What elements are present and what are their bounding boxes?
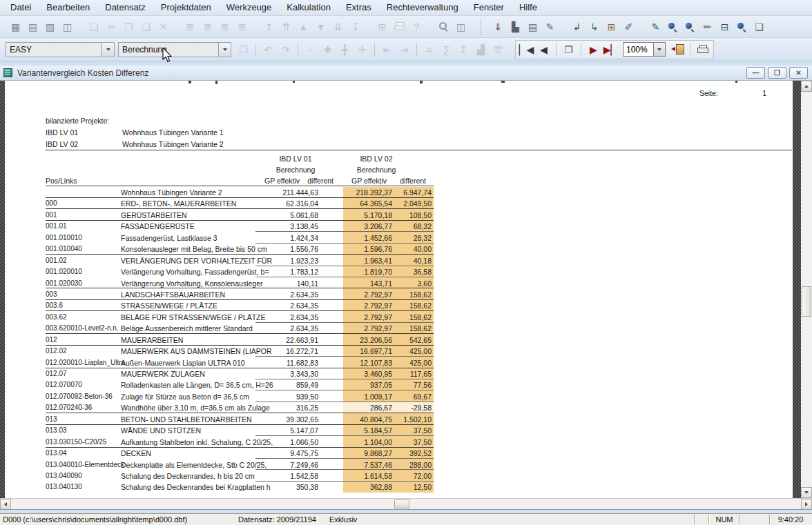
- row-description: STRASSEN/WEGE / PLÄTZ­E: [121, 301, 218, 310]
- modules-icon[interactable]: ⊞: [603, 19, 620, 35]
- row-different-lv02: 77,56: [362, 381, 432, 389]
- pin-icon[interactable]: ✐: [620, 19, 637, 35]
- output-to-end-icon[interactable]: ▶▏: [602, 41, 619, 58]
- row-gp-effektiv-lv01: 3.138,45: [249, 222, 318, 230]
- open-report-icon[interactable]: ❒: [235, 41, 252, 58]
- menu-item-fenster[interactable]: Fenster: [466, 1, 512, 14]
- menu-item-rechteverwaltung[interactable]: Rechteverwaltung: [379, 1, 466, 14]
- promote-level-icon[interactable]: ≣: [216, 19, 233, 35]
- horizontal-scrollbar[interactable]: [0, 498, 812, 509]
- page-number: 1: [735, 89, 766, 97]
- close-button[interactable]: ✕: [789, 67, 808, 79]
- insert-title-icon[interactable]: ≣: [182, 19, 199, 35]
- demote-level-icon[interactable]: ≣: [233, 19, 251, 35]
- redo-icon[interactable]: ↷: [277, 41, 294, 58]
- sum-list-icon[interactable]: ∑: [438, 41, 455, 58]
- print-icon[interactable]: [694, 41, 711, 58]
- outline-demote-icon[interactable]: ⇥: [396, 41, 413, 58]
- scroll-up-button[interactable]: [801, 81, 812, 92]
- table-edit-icon[interactable]: ⊟: [716, 19, 733, 35]
- insert-position-icon[interactable]: ╋: [336, 41, 354, 58]
- balanced-projects-label: bilanzierte Projekte:: [46, 117, 109, 125]
- row-pos: 013.030150-C20/25: [46, 438, 106, 446]
- menu-item-hilfe[interactable]: Hilfe: [512, 1, 545, 14]
- row-description: Verlängerung Vorhaltung, Konsolenauslege…: [121, 279, 263, 288]
- move-bottom-icon[interactable]: ↧: [347, 19, 364, 35]
- move-pageup-icon[interactable]: ⇈: [278, 19, 295, 35]
- restore-button[interactable]: ❐: [768, 67, 786, 79]
- move-pagedown-icon[interactable]: ⇊: [329, 19, 347, 35]
- menu-item-datensatz[interactable]: Datensatz: [97, 1, 153, 14]
- report-edit-icon[interactable]: ✎: [541, 19, 559, 35]
- scroll-left-button[interactable]: [0, 499, 11, 510]
- new-document-icon[interactable]: ❏: [86, 19, 103, 35]
- db-view-icon[interactable]: [733, 19, 751, 35]
- profile-combobox[interactable]: EASY: [6, 42, 115, 57]
- page-export-icon[interactable]: ❏: [751, 19, 768, 35]
- report-new-icon[interactable]: ▤: [524, 19, 541, 35]
- minimize-button[interactable]: —: [746, 67, 765, 79]
- library-icon[interactable]: ▙: [507, 19, 524, 35]
- remove-position-icon[interactable]: −: [302, 41, 319, 58]
- move-top-icon[interactable]: ↥: [260, 19, 278, 35]
- previous-page-icon[interactable]: ◀: [535, 41, 552, 58]
- menu-item-projektdaten[interactable]: Projektdaten: [153, 1, 219, 14]
- properties-icon[interactable]: ⊞: [374, 19, 391, 35]
- chevron-down-icon[interactable]: [218, 43, 231, 57]
- cut-icon[interactable]: ✂: [103, 19, 120, 35]
- row-pos: 000: [46, 199, 57, 207]
- start-output-icon[interactable]: ▶: [585, 41, 602, 58]
- vertical-scrollbar-thumb[interactable]: [802, 286, 811, 317]
- checkout-icon[interactable]: ↲: [568, 19, 586, 35]
- chevron-down-icon[interactable]: [653, 43, 665, 56]
- undo-icon[interactable]: ↶: [260, 41, 277, 58]
- insert-position-above-icon[interactable]: ✚: [319, 41, 336, 58]
- chevron-down-icon[interactable]: [102, 43, 114, 57]
- catalog-view-icon[interactable]: ◫: [59, 19, 76, 35]
- search-icon[interactable]: [435, 19, 452, 35]
- first-page-icon[interactable]: ▏◀: [518, 41, 535, 58]
- checkin-icon[interactable]: ↳: [586, 19, 603, 35]
- zoom-combobox[interactable]: 100%: [623, 42, 666, 57]
- menu-item-werkzeuge[interactable]: Werkzeuge: [219, 1, 280, 14]
- db-search-icon[interactable]: [664, 19, 682, 35]
- report-view-icon[interactable]: ▤: [24, 19, 41, 35]
- notes-icon[interactable]: ✏: [699, 19, 716, 35]
- help-icon[interactable]: ?: [408, 19, 425, 35]
- insert-subtitle-icon[interactable]: ≣: [199, 19, 216, 35]
- copy-report-icon[interactable]: ❐: [560, 41, 577, 58]
- overview-icon[interactable]: ▦: [7, 19, 24, 35]
- insert-subposition-icon[interactable]: ✛: [354, 41, 371, 58]
- table-row: 003.620010-Level2-n.n. Beläge Aussenbere…: [46, 323, 434, 334]
- edit-data-icon[interactable]: ✎: [647, 19, 664, 35]
- move-down-icon[interactable]: ▼: [312, 19, 329, 35]
- print-icon[interactable]: [391, 19, 408, 35]
- delete-icon[interactable]: ✕: [155, 19, 172, 35]
- table-row: 013 BETON- UND STAHLBETONARBEITEN 39.302…: [46, 413, 434, 424]
- graphic-view-icon[interactable]: ▧: [41, 19, 59, 35]
- status-time: 9:40:20: [771, 515, 811, 524]
- chart-icon[interactable]: ▟: [472, 41, 490, 58]
- scroll-right-button[interactable]: [801, 499, 812, 510]
- menu-item-kalkulation[interactable]: Kalkulation: [279, 1, 338, 14]
- close-preview-icon[interactable]: [669, 41, 686, 58]
- sum-icon[interactable]: Σ: [455, 41, 472, 58]
- view-combobox[interactable]: Berechnung: [118, 42, 231, 57]
- outline-promote-icon[interactable]: ⇤: [378, 41, 396, 58]
- row-gp-effektiv-lv01: 1.066,50: [249, 438, 318, 446]
- table-row: 013.03 WÄNDE UND STÜTZEN 5.147,07 5.184,…: [46, 425, 434, 436]
- vertical-scrollbar[interactable]: [801, 81, 812, 498]
- scroll-down-button[interactable]: [801, 487, 812, 498]
- horizontal-scrollbar-thumb[interactable]: [394, 499, 409, 508]
- numbering-icon[interactable]: ≡: [420, 41, 438, 58]
- paste-icon[interactable]: ❑: [137, 19, 155, 35]
- db-zoom-icon[interactable]: [682, 19, 699, 35]
- menu-item-bearbeiten[interactable]: Bearbeiten: [39, 1, 97, 14]
- split-view-icon[interactable]: ◫: [452, 19, 470, 35]
- menu-item-datei[interactable]: Datei: [3, 1, 39, 14]
- copy-icon[interactable]: ❐: [120, 19, 137, 35]
- reb-icon[interactable]: REB CO: [490, 41, 507, 58]
- move-up-icon[interactable]: ▲: [295, 19, 312, 35]
- import-icon[interactable]: ⇓: [490, 19, 507, 35]
- menu-item-extras[interactable]: Extras: [338, 1, 379, 14]
